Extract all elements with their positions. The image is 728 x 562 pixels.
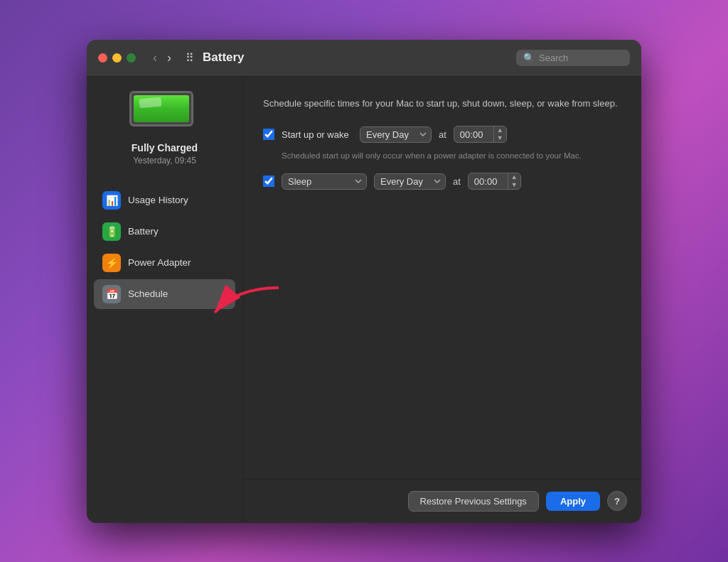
startup-checkbox[interactable] [263,129,274,140]
close-button[interactable] [98,53,107,63]
help-button[interactable]: ? [607,491,627,511]
main-content: Fully Charged Yesterday, 09:45 📊 Usage H… [87,77,641,523]
battery-terminal [193,103,193,114]
sleep-at-label: at [453,176,461,187]
window-title: Battery [203,50,508,65]
sidebar-nav: 📊 Usage History 🔋 Battery ⚡ Power Adapte… [87,185,242,310]
battery-nav-icon: 🔋 [102,222,121,241]
battery-body [129,91,193,126]
nav-buttons: ‹ › [150,50,174,65]
sleep-time-up[interactable]: ▲ [508,173,520,181]
startup-time-down[interactable]: ▼ [494,134,506,142]
search-icon: 🔍 [523,53,535,63]
startup-row: Start up or wake Every Day Weekdays Week… [263,126,621,143]
sidebar-item-label-usage-history: Usage History [128,195,188,205]
sidebar-item-label-power-adapter: Power Adapter [128,257,191,268]
bottom-bar: Restore Previous Settings Apply ? [243,479,641,523]
startup-time-up[interactable]: ▲ [494,126,506,134]
startup-hint: Scheduled start up will only occur when … [282,150,621,161]
schedule-icon: 📅 [102,285,121,303]
main-window: ‹ › ⠿ Battery 🔍 Fully Charged Yesterday,… [87,40,641,523]
battery-status-label: Fully Charged [132,142,198,153]
battery-icon-wrapper [129,91,200,132]
startup-time-wrapper: ▲ ▼ [454,126,507,143]
sleep-action-select[interactable]: Sleep Restart Shut Down Wake [282,173,367,190]
startup-time-input[interactable] [454,127,493,142]
sleep-row: Sleep Restart Shut Down Wake Every Day W… [263,173,621,190]
forward-button[interactable]: › [164,50,174,65]
sleep-time-wrapper: ▲ ▼ [468,173,521,190]
sidebar: Fully Charged Yesterday, 09:45 📊 Usage H… [87,77,243,523]
usage-history-icon: 📊 [102,191,121,210]
sleep-time-spinners: ▲ ▼ [508,173,520,189]
maximize-button[interactable] [127,53,136,63]
right-panel: Schedule specific times for your Mac to … [243,77,641,523]
sidebar-item-power-adapter[interactable]: ⚡ Power Adapter [94,248,235,278]
titlebar: ‹ › ⠿ Battery 🔍 [87,40,641,77]
sidebar-item-label-schedule: Schedule [128,288,168,299]
battery-time-label: Yesterday, 09:45 [133,156,196,166]
startup-label: Start up or wake [282,129,353,140]
back-button[interactable]: ‹ [150,50,160,65]
apply-button[interactable]: Apply [546,492,600,511]
restore-settings-button[interactable]: Restore Previous Settings [408,491,539,512]
traffic-lights [98,53,136,63]
sleep-time-down[interactable]: ▼ [508,181,520,189]
startup-frequency-select[interactable]: Every Day Weekdays Weekends Monday Tuesd… [360,126,432,143]
sleep-time-input[interactable] [469,174,508,189]
minimize-button[interactable] [112,53,122,63]
sleep-checkbox[interactable] [263,175,274,187]
search-input[interactable] [539,53,623,63]
sidebar-item-usage-history[interactable]: 📊 Usage History [94,185,235,215]
description-text: Schedule specific times for your Mac to … [263,97,621,111]
search-bar[interactable]: 🔍 [516,50,630,66]
startup-time-spinners: ▲ ▼ [493,126,506,142]
startup-at-label: at [439,129,446,140]
sleep-frequency-select[interactable]: Every Day Weekdays Weekends Monday Tuesd… [374,173,446,190]
power-adapter-icon: ⚡ [102,254,121,272]
grid-icon[interactable]: ⠿ [186,51,194,65]
sidebar-item-battery[interactable]: 🔋 Battery [94,217,235,247]
battery-fill [134,95,189,122]
sidebar-item-schedule[interactable]: 📅 Schedule [94,279,235,309]
sidebar-item-label-battery: Battery [128,226,159,237]
